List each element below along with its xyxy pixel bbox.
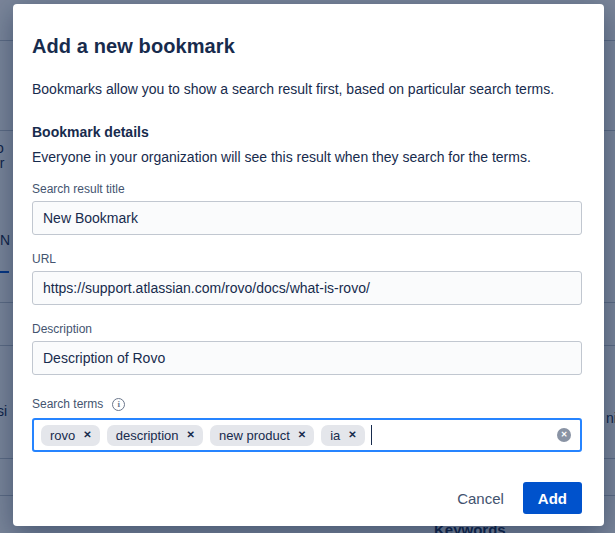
- search-terms-label: Search terms: [32, 397, 103, 411]
- clear-all-icon[interactable]: ✕: [557, 428, 571, 442]
- search-term-tag-label: new product: [219, 428, 290, 443]
- remove-tag-icon[interactable]: ✕: [298, 430, 306, 440]
- search-term-tag: new product✕: [210, 425, 314, 446]
- add-button[interactable]: Add: [523, 482, 582, 514]
- remove-tag-icon[interactable]: ✕: [187, 430, 195, 440]
- remove-tag-icon[interactable]: ✕: [83, 430, 91, 440]
- search-term-tag: rovo✕: [41, 425, 100, 446]
- dialog-footer: Cancel Add: [32, 482, 582, 514]
- add-bookmark-dialog: Add a new bookmark Bookmarks allow you t…: [13, 4, 604, 526]
- remove-tag-icon[interactable]: ✕: [348, 430, 356, 440]
- url-input[interactable]: [32, 271, 582, 305]
- description-input[interactable]: [32, 341, 582, 375]
- bookmark-details-heading: Bookmark details: [32, 124, 582, 140]
- title-field-label: Search result title: [32, 182, 582, 196]
- search-terms-tags: rovo✕description✕new product✕ia✕: [41, 425, 365, 446]
- search-term-tag-label: description: [116, 428, 179, 443]
- info-icon[interactable]: i: [112, 398, 125, 411]
- search-terms-input[interactable]: rovo✕description✕new product✕ia✕ ✕: [32, 418, 582, 452]
- text-cursor: [371, 425, 373, 445]
- dialog-intro-text: Bookmarks allow you to show a search res…: [32, 81, 582, 97]
- title-input[interactable]: [32, 201, 582, 235]
- dialog-title: Add a new bookmark: [32, 35, 582, 58]
- bookmark-details-description: Everyone in your organization will see t…: [32, 149, 582, 165]
- search-term-tag: description✕: [107, 425, 203, 446]
- search-term-tag-label: rovo: [50, 428, 75, 443]
- search-term-tag-label: ia: [330, 428, 340, 443]
- url-field-label: URL: [32, 252, 582, 266]
- cancel-button[interactable]: Cancel: [444, 482, 517, 514]
- description-field-label: Description: [32, 322, 582, 336]
- search-term-tag: ia✕: [321, 425, 365, 446]
